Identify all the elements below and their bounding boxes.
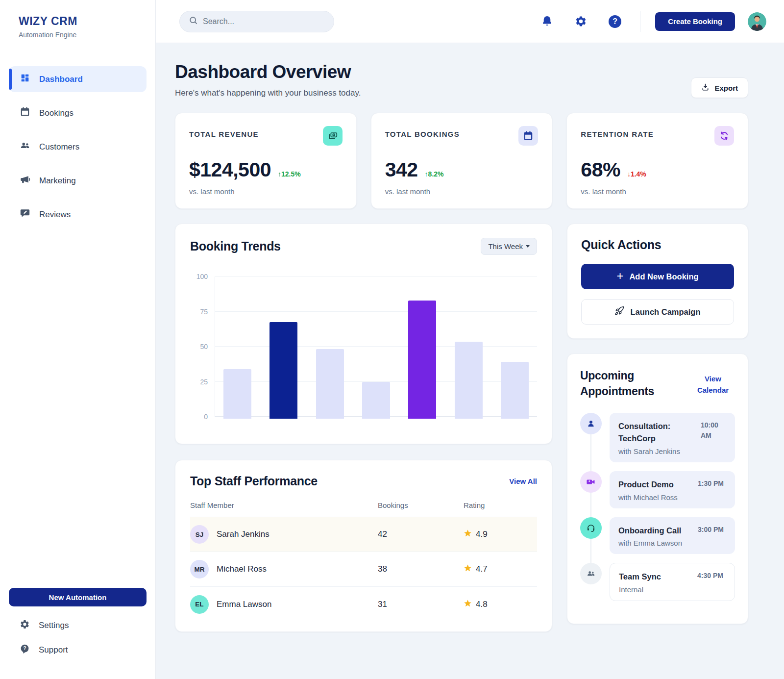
notifications-bell-icon[interactable] [541, 15, 553, 27]
arrow-down-icon: ↓ [627, 170, 631, 178]
appointment-title: Team Sync [619, 571, 661, 583]
calendar-icon [20, 106, 30, 120]
export-button[interactable]: Export [691, 77, 748, 98]
new-automation-button[interactable]: New Automation [9, 588, 147, 606]
staff-name: Sarah Jenkins [217, 529, 270, 539]
sidebar-item-label: Reviews [39, 210, 71, 220]
chart-bars [215, 277, 537, 419]
sidebar-item-label: Marketing [39, 176, 76, 186]
booking-trends-card: Booking Trends This Week 0255075100 [175, 224, 552, 444]
sidebar-item-support[interactable]: ? Support [9, 644, 147, 656]
appointments-list: Consultation: TechCorp 10:00 AM with Sar… [580, 413, 735, 601]
star-icon [464, 564, 472, 575]
chart-bar [408, 301, 436, 419]
sidebar-item-bookings[interactable]: Bookings [9, 100, 147, 126]
page-title: Dashboard Overview [175, 62, 361, 82]
search-box[interactable] [179, 11, 334, 32]
dashboard-grid-icon [20, 73, 30, 86]
chart-bar [270, 322, 297, 419]
stat-card-total-bookings: TOTAL BOOKINGS 342 ↑8.2% vs. last month [371, 113, 553, 209]
staff-rating: 4.7 [464, 564, 537, 575]
video-icon [580, 471, 602, 493]
sidebar-item-dashboard[interactable]: Dashboard [9, 66, 147, 92]
avatar: MR [190, 560, 209, 578]
list-item: Product Demo 1:30 PM with Michael Ross [580, 471, 735, 508]
stat-caption: vs. last month [581, 187, 734, 196]
help-bubble-icon: ? [20, 644, 30, 656]
chevron-down-icon [526, 245, 530, 248]
table-header: Staff Member Bookings Rating [190, 501, 537, 517]
app-logo: WIZY CRM Automation Engine [0, 0, 155, 39]
quick-actions-title: Quick Actions [581, 238, 734, 252]
stat-card-total-revenue: TOTAL REVENUE $124,500 ↑12.5% vs. last m… [175, 113, 357, 209]
people-icon [580, 563, 602, 584]
list-item: Team Sync 4:30 PM Internal [580, 563, 735, 601]
search-icon [189, 16, 198, 27]
chart-bar [223, 369, 251, 419]
app-tagline: Automation Engine [19, 31, 155, 39]
bar-chart: 0255075100 [190, 277, 537, 417]
sidebar-item-settings[interactable]: Settings [9, 619, 147, 632]
plus-icon: + [616, 270, 623, 282]
sidebar: WIZY CRM Automation Engine Dashboard Boo… [0, 0, 156, 679]
appointment-subtitle: Internal [619, 585, 727, 594]
chart-bar [501, 362, 529, 419]
appointment-title: Product Demo [618, 478, 674, 491]
sidebar-nav: Dashboard Bookings Customers Marketing R… [0, 66, 155, 227]
chart-y-labels: 0255075100 [190, 277, 208, 417]
sidebar-item-label: Support [39, 645, 68, 655]
topbar-divider [640, 11, 640, 32]
sidebar-item-marketing[interactable]: Marketing [9, 168, 147, 194]
appointment-subtitle: with Emma Lawson [618, 539, 727, 547]
arrow-up-icon: ↑ [425, 170, 428, 178]
view-all-link[interactable]: View All [509, 477, 537, 485]
view-calendar-link[interactable]: View Calendar [691, 370, 735, 399]
topbar: ? Create Booking [156, 0, 784, 43]
megaphone-icon [20, 174, 30, 187]
staff-name: Emma Lawson [217, 600, 271, 609]
sidebar-item-reviews[interactable]: Reviews [9, 201, 147, 227]
sidebar-item-customers[interactable]: Customers [9, 134, 147, 160]
staff-title: Top Staff Performance [190, 474, 318, 488]
sidebar-item-label: Dashboard [39, 75, 83, 84]
stats-row: TOTAL REVENUE $124,500 ↑12.5% vs. last m… [175, 113, 748, 209]
quick-actions-card: Quick Actions + Add New Booking Launch C… [567, 224, 748, 339]
gear-icon [20, 619, 30, 632]
stat-delta: ↑12.5% [278, 170, 301, 178]
settings-gear-icon[interactable] [575, 15, 587, 27]
stat-card-retention-rate: RETENTION RATE 68% ↓1.4% vs. last month [566, 113, 748, 209]
sidebar-item-label: Customers [39, 142, 79, 152]
top-staff-card: Top Staff Performance View All Staff Mem… [175, 460, 552, 632]
chart-title: Booking Trends [190, 239, 281, 253]
stat-caption: vs. last month [385, 187, 539, 196]
appointment-title: Consultation: TechCorp [618, 420, 697, 445]
staff-bookings: 38 [378, 564, 464, 574]
list-item: Consultation: TechCorp 10:00 AM with Sar… [580, 413, 735, 462]
user-avatar[interactable] [748, 12, 766, 31]
search-input[interactable] [203, 17, 325, 26]
stat-value: $124,500 [189, 158, 271, 181]
review-pen-icon [20, 208, 30, 221]
help-icon[interactable]: ? [609, 15, 621, 28]
stat-label: TOTAL BOOKINGS [385, 130, 460, 138]
period-selector[interactable]: This Week [481, 238, 537, 255]
sidebar-item-label: Settings [39, 621, 69, 630]
table-row: MR Michael Ross 38 4.7 [190, 552, 537, 587]
users-icon [20, 140, 30, 153]
stat-caption: vs. last month [189, 187, 343, 196]
stat-delta: ↑8.2% [425, 170, 444, 178]
launch-campaign-button[interactable]: Launch Campaign [581, 299, 734, 325]
star-icon [464, 529, 472, 540]
avatar: SJ [190, 525, 209, 544]
create-booking-button[interactable]: Create Booking [655, 12, 735, 31]
download-icon [701, 83, 710, 93]
calendar-icon [518, 126, 538, 146]
add-new-booking-button[interactable]: + Add New Booking [581, 264, 734, 289]
staff-bookings: 42 [378, 529, 464, 539]
appointment-time: 1:30 PM [698, 478, 727, 491]
stat-delta: ↓1.4% [627, 170, 646, 178]
stat-value: 342 [385, 158, 418, 181]
appointment-subtitle: with Sarah Jenkins [618, 447, 727, 455]
table-row: EL Emma Lawson 31 4.8 [190, 587, 537, 622]
sidebar-footer: Settings ? Support [9, 619, 147, 656]
